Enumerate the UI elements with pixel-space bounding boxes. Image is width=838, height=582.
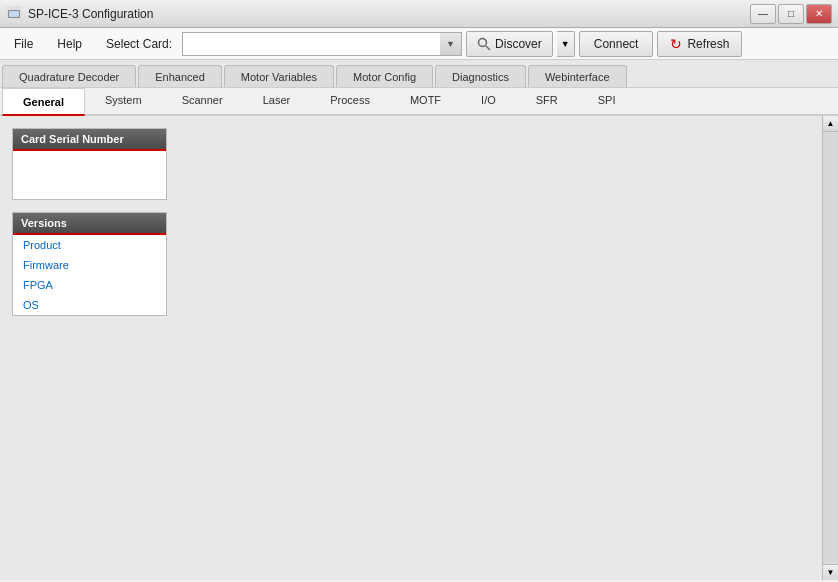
window-controls: — □ ✕ — [750, 4, 832, 24]
versions-list: Product Firmware FPGA OS — [13, 235, 166, 315]
tab-webinterface[interactable]: Webinterface — [528, 65, 627, 87]
svg-rect-2 — [9, 11, 19, 17]
window-title: SP-ICE-3 Configuration — [28, 7, 153, 21]
versions-section: Versions Product Firmware FPGA OS — [12, 212, 167, 316]
tab-general[interactable]: General — [2, 88, 85, 116]
tab-diagnostics[interactable]: Diagnostics — [435, 65, 526, 87]
tab-quadrature-decoder[interactable]: Quadrature Decoder — [2, 65, 136, 87]
refresh-button[interactable]: ↻ Refresh — [657, 31, 742, 57]
tab-motor-config[interactable]: Motor Config — [336, 65, 433, 87]
tab-process[interactable]: Process — [310, 86, 390, 114]
minimize-button[interactable]: — — [750, 4, 776, 24]
card-dropdown[interactable] — [182, 32, 462, 56]
app-icon — [6, 6, 22, 22]
tab-laser[interactable]: Laser — [243, 86, 311, 114]
tab-system[interactable]: System — [85, 86, 162, 114]
main-content: Card Serial Number Versions Product Firm… — [0, 116, 838, 580]
scroll-up-button[interactable]: ▲ — [823, 116, 839, 132]
version-item-os[interactable]: OS — [13, 295, 166, 315]
tab-spi[interactable]: SPI — [578, 86, 636, 114]
card-select-container: ▼ — [182, 32, 462, 56]
discover-button[interactable]: Discover — [466, 31, 553, 57]
version-item-fpga[interactable]: FPGA — [13, 275, 166, 295]
menu-bar: File Help Select Card: ▼ Discover ▼ Conn… — [0, 28, 838, 60]
connect-button[interactable]: Connect — [579, 31, 654, 57]
tab-sfr[interactable]: SFR — [516, 86, 578, 114]
tab-motor-variables[interactable]: Motor Variables — [224, 65, 334, 87]
maximize-button[interactable]: □ — [778, 4, 804, 24]
menu-file[interactable]: File — [4, 33, 43, 55]
scroll-down-button[interactable]: ▼ — [823, 564, 839, 580]
version-item-firmware[interactable]: Firmware — [13, 255, 166, 275]
sub-tab-bar: General System Scanner Laser Process MOT… — [0, 88, 838, 116]
title-bar: SP-ICE-3 Configuration — □ ✕ — [0, 0, 838, 28]
select-card-label: Select Card: — [106, 37, 172, 51]
menu-help[interactable]: Help — [47, 33, 92, 55]
vertical-scrollbar[interactable]: ▲ ▼ — [822, 116, 838, 580]
content-area[interactable]: Card Serial Number Versions Product Firm… — [0, 116, 838, 580]
tab-scanner[interactable]: Scanner — [162, 86, 243, 114]
close-button[interactable]: ✕ — [806, 4, 832, 24]
top-tab-bar: Quadrature Decoder Enhanced Motor Variab… — [0, 60, 838, 88]
card-serial-section: Card Serial Number — [12, 128, 167, 200]
tab-enhanced[interactable]: Enhanced — [138, 65, 222, 87]
refresh-icon: ↻ — [670, 36, 682, 52]
tab-motf[interactable]: MOTF — [390, 86, 461, 114]
versions-header: Versions — [13, 213, 166, 235]
discover-dropdown-button[interactable]: ▼ — [557, 31, 575, 57]
card-dropdown-wrapper: ▼ — [182, 32, 462, 56]
tab-io[interactable]: I/O — [461, 86, 516, 114]
svg-point-3 — [479, 38, 487, 46]
search-icon — [477, 37, 491, 51]
card-serial-header: Card Serial Number — [13, 129, 166, 151]
version-item-product[interactable]: Product — [13, 235, 166, 255]
svg-line-4 — [486, 46, 490, 50]
card-serial-body — [13, 151, 166, 199]
